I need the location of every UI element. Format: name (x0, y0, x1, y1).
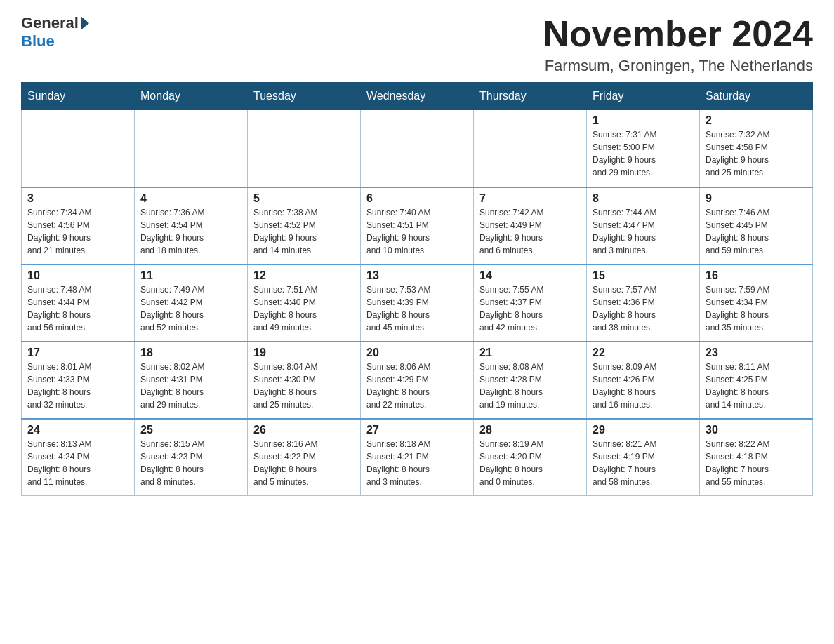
calendar-cell (22, 110, 135, 187)
day-info: Sunrise: 8:19 AM Sunset: 4:20 PM Dayligh… (479, 438, 581, 488)
day-number: 27 (366, 424, 468, 436)
day-number: 14 (479, 269, 581, 282)
day-info: Sunrise: 7:38 AM Sunset: 4:52 PM Dayligh… (253, 206, 355, 257)
day-number: 3 (27, 192, 128, 205)
logo-general-text: General (21, 14, 79, 32)
calendar-cell: 6Sunrise: 7:40 AM Sunset: 4:51 PM Daylig… (361, 187, 474, 264)
day-info: Sunrise: 7:53 AM Sunset: 4:39 PM Dayligh… (366, 283, 468, 334)
day-info: Sunrise: 8:04 AM Sunset: 4:30 PM Dayligh… (253, 361, 355, 411)
day-info: Sunrise: 7:32 AM Sunset: 4:58 PM Dayligh… (706, 128, 807, 179)
day-info: Sunrise: 8:02 AM Sunset: 4:31 PM Dayligh… (140, 361, 241, 411)
day-number: 1 (593, 114, 694, 127)
calendar-cell: 25Sunrise: 8:15 AM Sunset: 4:23 PM Dayli… (135, 419, 248, 496)
calendar-cell: 1Sunrise: 7:31 AM Sunset: 5:00 PM Daylig… (587, 110, 700, 187)
day-number: 15 (593, 269, 694, 282)
day-number: 28 (479, 424, 581, 436)
day-number: 29 (593, 424, 694, 436)
calendar-week-row: 24Sunrise: 8:13 AM Sunset: 4:24 PM Dayli… (22, 419, 813, 496)
day-number: 16 (706, 269, 807, 282)
calendar-cell: 29Sunrise: 8:21 AM Sunset: 4:19 PM Dayli… (587, 419, 700, 496)
day-number: 24 (27, 424, 128, 436)
day-info: Sunrise: 8:06 AM Sunset: 4:29 PM Dayligh… (366, 361, 468, 411)
weekday-header-tuesday: Tuesday (248, 83, 361, 110)
calendar-week-row: 3Sunrise: 7:34 AM Sunset: 4:56 PM Daylig… (22, 187, 813, 264)
month-title: November 2024 (543, 14, 813, 54)
day-number: 7 (479, 192, 581, 205)
day-info: Sunrise: 7:34 AM Sunset: 4:56 PM Dayligh… (27, 206, 128, 257)
calendar-cell: 21Sunrise: 8:08 AM Sunset: 4:28 PM Dayli… (474, 342, 587, 419)
calendar-cell: 18Sunrise: 8:02 AM Sunset: 4:31 PM Dayli… (135, 342, 248, 419)
calendar-week-row: 17Sunrise: 8:01 AM Sunset: 4:33 PM Dayli… (22, 342, 813, 419)
calendar-cell (248, 110, 361, 187)
page-header: General Blue November 2024 Farmsum, Gron… (21, 14, 813, 75)
calendar-cell: 28Sunrise: 8:19 AM Sunset: 4:20 PM Dayli… (474, 419, 587, 496)
day-info: Sunrise: 8:15 AM Sunset: 4:23 PM Dayligh… (140, 438, 241, 488)
day-info: Sunrise: 7:44 AM Sunset: 4:47 PM Dayligh… (593, 206, 694, 257)
day-number: 5 (253, 192, 355, 205)
title-area: November 2024 Farmsum, Groningen, The Ne… (543, 14, 813, 75)
day-info: Sunrise: 7:49 AM Sunset: 4:42 PM Dayligh… (140, 283, 241, 334)
weekday-header-thursday: Thursday (474, 83, 587, 110)
calendar-cell: 15Sunrise: 7:57 AM Sunset: 4:36 PM Dayli… (587, 264, 700, 342)
day-info: Sunrise: 8:09 AM Sunset: 4:26 PM Dayligh… (593, 361, 694, 411)
calendar-cell: 23Sunrise: 8:11 AM Sunset: 4:25 PM Dayli… (700, 342, 813, 419)
calendar-cell: 27Sunrise: 8:18 AM Sunset: 4:21 PM Dayli… (361, 419, 474, 496)
logo-blue-text: Blue (21, 32, 55, 51)
day-info: Sunrise: 7:59 AM Sunset: 4:34 PM Dayligh… (706, 283, 807, 334)
day-info: Sunrise: 7:48 AM Sunset: 4:44 PM Dayligh… (27, 283, 128, 334)
day-number: 19 (253, 347, 355, 359)
calendar-cell: 19Sunrise: 8:04 AM Sunset: 4:30 PM Dayli… (248, 342, 361, 419)
day-info: Sunrise: 8:11 AM Sunset: 4:25 PM Dayligh… (706, 361, 807, 411)
calendar-cell: 9Sunrise: 7:46 AM Sunset: 4:45 PM Daylig… (700, 187, 813, 264)
calendar-cell (474, 110, 587, 187)
calendar-cell: 8Sunrise: 7:44 AM Sunset: 4:47 PM Daylig… (587, 187, 700, 264)
calendar-cell: 26Sunrise: 8:16 AM Sunset: 4:22 PM Dayli… (248, 419, 361, 496)
day-number: 23 (706, 347, 807, 359)
calendar-table: SundayMondayTuesdayWednesdayThursdayFrid… (21, 82, 813, 496)
day-info: Sunrise: 8:08 AM Sunset: 4:28 PM Dayligh… (479, 361, 581, 411)
day-info: Sunrise: 8:16 AM Sunset: 4:22 PM Dayligh… (253, 438, 355, 488)
day-number: 26 (253, 424, 355, 436)
calendar-week-row: 1Sunrise: 7:31 AM Sunset: 5:00 PM Daylig… (22, 110, 813, 187)
day-info: Sunrise: 7:31 AM Sunset: 5:00 PM Dayligh… (593, 128, 694, 179)
day-number: 6 (366, 192, 468, 205)
calendar-cell: 24Sunrise: 8:13 AM Sunset: 4:24 PM Dayli… (22, 419, 135, 496)
day-number: 8 (593, 192, 694, 205)
location-title: Farmsum, Groningen, The Netherlands (543, 57, 813, 75)
day-number: 22 (593, 347, 694, 359)
day-info: Sunrise: 7:36 AM Sunset: 4:54 PM Dayligh… (140, 206, 241, 257)
day-number: 20 (366, 347, 468, 359)
day-number: 11 (140, 269, 241, 282)
calendar-cell: 12Sunrise: 7:51 AM Sunset: 4:40 PM Dayli… (248, 264, 361, 342)
day-number: 12 (253, 269, 355, 282)
calendar-cell: 17Sunrise: 8:01 AM Sunset: 4:33 PM Dayli… (22, 342, 135, 419)
day-info: Sunrise: 8:18 AM Sunset: 4:21 PM Dayligh… (366, 438, 468, 488)
day-number: 25 (140, 424, 241, 436)
weekday-header-sunday: Sunday (22, 83, 135, 110)
day-number: 18 (140, 347, 241, 359)
day-info: Sunrise: 7:42 AM Sunset: 4:49 PM Dayligh… (479, 206, 581, 257)
calendar-cell: 30Sunrise: 8:22 AM Sunset: 4:18 PM Dayli… (700, 419, 813, 496)
weekday-header-row: SundayMondayTuesdayWednesdayThursdayFrid… (22, 83, 813, 110)
day-number: 10 (27, 269, 128, 282)
calendar-cell: 11Sunrise: 7:49 AM Sunset: 4:42 PM Dayli… (135, 264, 248, 342)
weekday-header-saturday: Saturday (700, 83, 813, 110)
day-number: 21 (479, 347, 581, 359)
logo: General Blue (21, 14, 91, 51)
day-number: 13 (366, 269, 468, 282)
day-info: Sunrise: 8:21 AM Sunset: 4:19 PM Dayligh… (593, 438, 694, 488)
day-info: Sunrise: 8:13 AM Sunset: 4:24 PM Dayligh… (27, 438, 128, 488)
calendar-cell (361, 110, 474, 187)
day-number: 9 (706, 192, 807, 205)
day-info: Sunrise: 7:40 AM Sunset: 4:51 PM Dayligh… (366, 206, 468, 257)
logo-arrow-icon (81, 16, 89, 30)
calendar-week-row: 10Sunrise: 7:48 AM Sunset: 4:44 PM Dayli… (22, 264, 813, 342)
calendar-cell: 5Sunrise: 7:38 AM Sunset: 4:52 PM Daylig… (248, 187, 361, 264)
calendar-cell: 13Sunrise: 7:53 AM Sunset: 4:39 PM Dayli… (361, 264, 474, 342)
day-number: 17 (27, 347, 128, 359)
day-info: Sunrise: 8:22 AM Sunset: 4:18 PM Dayligh… (706, 438, 807, 488)
calendar-cell: 20Sunrise: 8:06 AM Sunset: 4:29 PM Dayli… (361, 342, 474, 419)
weekday-header-wednesday: Wednesday (361, 83, 474, 110)
day-number: 30 (706, 424, 807, 436)
day-info: Sunrise: 8:01 AM Sunset: 4:33 PM Dayligh… (27, 361, 128, 411)
